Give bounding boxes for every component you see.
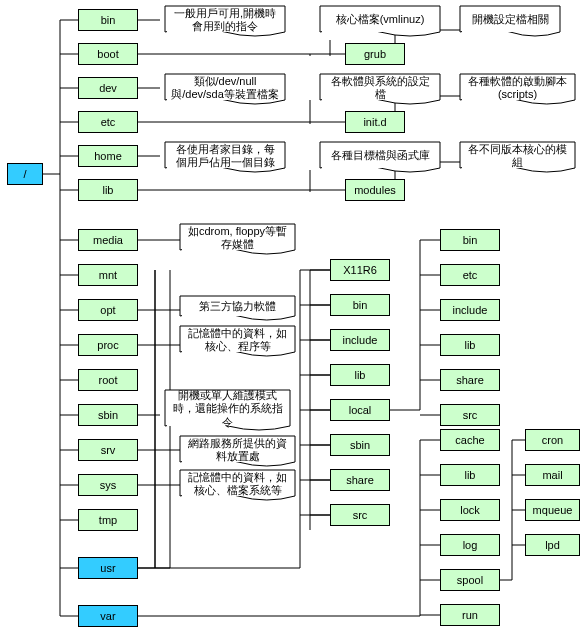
text: 各軟體與系統的設定檔 — [326, 75, 434, 101]
label: var — [100, 610, 115, 622]
note-home: 各使用者家目錄，每個用戶佔用一個目錄 — [167, 144, 283, 168]
text: 記憶體中的資料，如核心、檔案系統等 — [186, 471, 289, 497]
label: local — [349, 404, 372, 416]
note-lib2: 各不同版本核心的模組 — [462, 144, 573, 168]
label: share — [456, 374, 484, 386]
label: srv — [101, 444, 116, 456]
note-dev: 類似/dev/null與/dev/sda等裝置檔案 — [167, 76, 283, 100]
label: proc — [97, 339, 118, 351]
node-spool-cron: cron — [525, 429, 580, 451]
node-usr-local: local — [330, 399, 390, 421]
node-spool-mail: mail — [525, 464, 580, 486]
note-sys: 記憶體中的資料，如核心、檔案系統等 — [182, 472, 293, 496]
label: media — [93, 234, 123, 246]
node-local-include: include — [440, 299, 500, 321]
node-lib: lib — [78, 179, 138, 201]
note-opt: 第三方協力軟體 — [182, 298, 293, 316]
node-bin: bin — [78, 9, 138, 31]
text: 一般用戶可用,開機時會用到的指令 — [171, 7, 279, 33]
node-modules: modules — [345, 179, 405, 201]
node-dev: dev — [78, 77, 138, 99]
label: cron — [542, 434, 563, 446]
note-srv: 網路服務所提供的資料放置處 — [182, 438, 293, 462]
label: lib — [464, 339, 475, 351]
label: home — [94, 150, 122, 162]
node-usr-include: include — [330, 329, 390, 351]
node-local-lib: lib — [440, 334, 500, 356]
node-var: var — [78, 605, 138, 627]
label: / — [23, 168, 26, 180]
note-boot: 核心檔案(vmlinuz) — [322, 8, 438, 32]
label: X11R6 — [343, 264, 377, 276]
node-usr-x11r6: X11R6 — [330, 259, 390, 281]
node-opt: opt — [78, 299, 138, 321]
note-etc: 各軟體與系統的設定檔 — [322, 76, 438, 100]
text: 類似/dev/null與/dev/sda等裝置檔案 — [171, 75, 279, 101]
label: etc — [463, 269, 478, 281]
label: sys — [100, 479, 117, 491]
node-tmp: tmp — [78, 509, 138, 531]
label: opt — [100, 304, 115, 316]
node-var-lib: lib — [440, 464, 500, 486]
label: grub — [364, 48, 386, 60]
node-proc: proc — [78, 334, 138, 356]
node-local-bin: bin — [440, 229, 500, 251]
label: sbin — [98, 409, 118, 421]
label: src — [463, 409, 478, 421]
label: mqueue — [533, 504, 573, 516]
text: 開機設定檔相關 — [472, 13, 549, 26]
label: lpd — [545, 539, 560, 551]
text: 核心檔案(vmlinuz) — [336, 13, 425, 26]
label: cache — [455, 434, 484, 446]
node-var-run: run — [440, 604, 500, 626]
label: init.d — [363, 116, 386, 128]
node-var-log: log — [440, 534, 500, 556]
label: usr — [100, 562, 115, 574]
text: 開機或單人維護模式時，還能操作的系統指令 — [171, 389, 284, 429]
label: src — [353, 509, 368, 521]
label: include — [453, 304, 488, 316]
node-root: / — [7, 163, 43, 185]
node-var-lock: lock — [440, 499, 500, 521]
label: lock — [460, 504, 480, 516]
note-lib: 各種目標檔與函式庫 — [322, 144, 438, 168]
node-usr: usr — [78, 557, 138, 579]
label: log — [463, 539, 478, 551]
label: lib — [102, 184, 113, 196]
label: lib — [464, 469, 475, 481]
node-etc: etc — [78, 111, 138, 133]
node-srv: srv — [78, 439, 138, 461]
node-usr-share: share — [330, 469, 390, 491]
label: bin — [353, 299, 368, 311]
node-spool-mqueue: mqueue — [525, 499, 580, 521]
node-sbin: sbin — [78, 404, 138, 426]
node-media: media — [78, 229, 138, 251]
label: bin — [101, 14, 116, 26]
text: 各不同版本核心的模組 — [466, 143, 569, 169]
node-usr-lib: lib — [330, 364, 390, 386]
label: include — [343, 334, 378, 346]
node-var-cache: cache — [440, 429, 500, 451]
label: run — [462, 609, 478, 621]
text: 網路服務所提供的資料放置處 — [186, 437, 289, 463]
label: mail — [542, 469, 562, 481]
node-sys: sys — [78, 474, 138, 496]
note-boot2: 開機設定檔相關 — [462, 8, 558, 32]
node-local-src: src — [440, 404, 500, 426]
label: bin — [463, 234, 478, 246]
note-media: 如cdrom, floppy等暫存媒體 — [182, 226, 293, 250]
label: boot — [97, 48, 118, 60]
label: lib — [354, 369, 365, 381]
node-home: home — [78, 145, 138, 167]
note-proc: 記憶體中的資料，如核心、程序等 — [182, 328, 293, 352]
text: 記憶體中的資料，如核心、程序等 — [186, 327, 289, 353]
label: share — [346, 474, 374, 486]
label: mnt — [99, 269, 117, 281]
node-spool-lpd: lpd — [525, 534, 580, 556]
node-initd: init.d — [345, 111, 405, 133]
label: sbin — [350, 439, 370, 451]
node-usr-src: src — [330, 504, 390, 526]
note-bin: 一般用戶可用,開機時會用到的指令 — [167, 8, 283, 32]
note-etc2: 各種軟體的啟動腳本(scripts) — [462, 76, 573, 100]
label: modules — [354, 184, 396, 196]
